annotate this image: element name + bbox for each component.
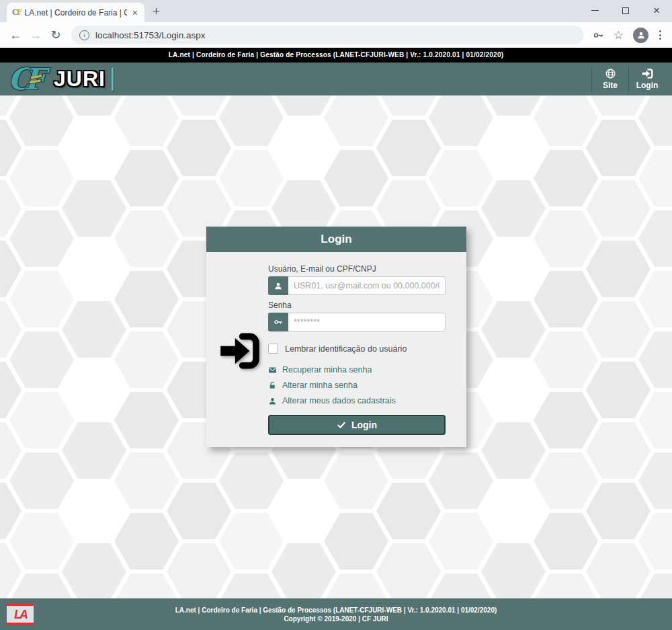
user-input-group (268, 276, 446, 295)
nav-site-label: Site (603, 81, 618, 90)
remember-row: Lembrar identificação do usuário (268, 344, 446, 354)
cf-monogram: C F (7, 63, 51, 95)
footer-line2: Copyright © 2019-2020 | CF JURI (284, 615, 388, 623)
toolbar-right: ☆ (589, 28, 667, 43)
browser-toolbar: ← → ↻ i localhost:51753/Login.aspx ☆ (0, 22, 672, 48)
maximize-icon (622, 7, 629, 14)
profile-avatar[interactable] (633, 28, 648, 43)
user-icon-box (268, 276, 288, 295)
browser-window: CF LA.net | Cordeiro de Faria | Gestã × … (0, 0, 672, 630)
footer-line1: LA.net | Cordeiro de Faria | Gestão de P… (175, 606, 497, 614)
user-icon (274, 281, 283, 290)
cf-juri-logo: C F JURI (7, 63, 114, 95)
page-info-icon[interactable]: i (79, 30, 89, 40)
minimize-button[interactable] (579, 0, 610, 21)
close-window-button[interactable]: × (641, 0, 672, 21)
big-sign-in-icon (220, 267, 260, 435)
forward-button[interactable]: → (26, 28, 46, 42)
globe-icon (605, 68, 616, 79)
change-profile-link[interactable]: Alterar meus dados cadastrais (268, 396, 446, 405)
user-icon (268, 397, 277, 405)
close-icon: × (653, 5, 660, 16)
nav-login-button[interactable]: Login (629, 68, 665, 90)
bookmark-star-icon[interactable]: ☆ (614, 28, 624, 42)
nav-site-button[interactable]: Site (592, 68, 628, 90)
login-panel: Login Usuário, E-mail ou CPF/CNPJ Senha (206, 227, 466, 447)
app-name: JURI (54, 67, 106, 91)
login-submit-button[interactable]: Login (268, 415, 446, 435)
remember-checkbox[interactable] (268, 344, 278, 354)
change-password-link[interactable]: Alterar minha senha (268, 381, 446, 390)
remember-label: Lembrar identificação do usuário (285, 344, 407, 354)
recover-password-link[interactable]: Recuperar minha senha (268, 365, 446, 375)
lock-icon (268, 381, 277, 390)
login-panel-title: Login (206, 227, 466, 252)
password-input[interactable] (288, 313, 446, 331)
logo-divider (112, 68, 114, 91)
tab-close-icon[interactable]: × (131, 7, 139, 18)
password-label: Senha (268, 301, 446, 310)
password-icon-box (268, 313, 288, 331)
address-bar[interactable]: i localhost:51753/Login.aspx (71, 26, 583, 44)
site-favicon-icon: CF (12, 8, 21, 17)
back-button[interactable]: ← (5, 28, 26, 42)
app-header: C F JURI Site Login (0, 63, 672, 95)
reload-button[interactable]: ↻ (46, 28, 66, 42)
page-content: Login Usuário, E-mail ou CPF/CNPJ Senha (0, 95, 672, 598)
la-net-logo: LA (7, 603, 34, 625)
check-icon (337, 420, 346, 430)
app-footer: LA LA.net | Cordeiro de Faria | Gestão d… (0, 598, 672, 630)
envelope-icon (268, 366, 277, 375)
new-tab-button[interactable]: + (153, 4, 160, 19)
login-form: Usuário, E-mail ou CPF/CNPJ Senha (268, 263, 446, 435)
nav-login-label: Login (636, 81, 659, 90)
tab-strip: CF LA.net | Cordeiro de Faria | Gestã × … (0, 0, 672, 22)
maximize-button[interactable] (610, 0, 641, 21)
password-key-icon[interactable] (593, 30, 604, 41)
tab-title: LA.net | Cordeiro de Faria | Gestã (25, 8, 127, 17)
login-panel-body: Usuário, E-mail ou CPF/CNPJ Senha (206, 252, 466, 447)
browser-tab[interactable]: CF LA.net | Cordeiro de Faria | Gestã × (7, 3, 144, 22)
user-label: Usuário, E-mail ou CPF/CNPJ (268, 264, 446, 274)
window-controls: × (579, 0, 672, 21)
browser-menu-icon[interactable] (658, 28, 663, 42)
url-text[interactable]: localhost:51753/Login.aspx (95, 30, 206, 40)
sign-in-icon (642, 68, 653, 79)
password-input-group (268, 313, 446, 331)
minimize-icon (591, 10, 599, 11)
version-banner: LA.net | Cordeiro de Faria | Gestão de P… (0, 48, 672, 63)
key-icon (274, 317, 283, 327)
user-input[interactable] (288, 276, 446, 295)
user-icon (636, 30, 646, 40)
